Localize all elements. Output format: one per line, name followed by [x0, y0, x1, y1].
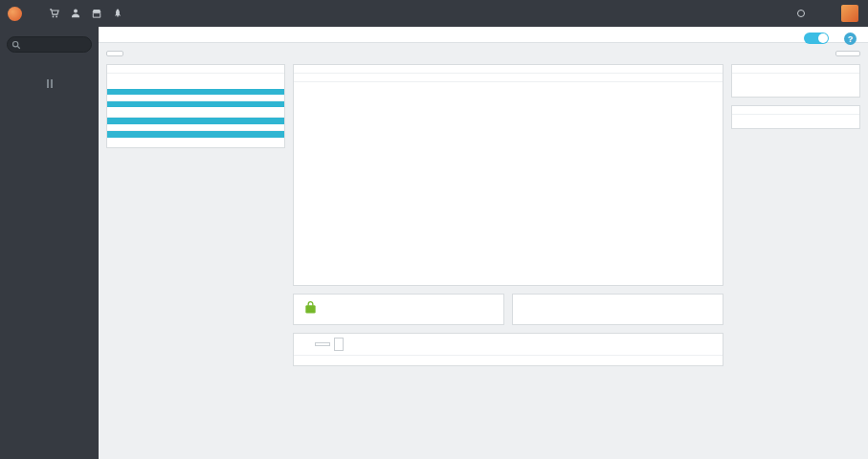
shopgate-logo-icon	[303, 300, 318, 318]
menu-collapse-toggle[interactable]	[0, 79, 99, 88]
notification-cell[interactable]	[107, 107, 284, 117]
demo-mode-toggle[interactable]	[804, 33, 829, 44]
forecast-nav-button[interactable]	[334, 338, 344, 351]
forecast-panel-header	[294, 334, 723, 356]
user-avatar[interactable]	[841, 5, 858, 22]
sidebar-search	[7, 33, 92, 53]
header-tools: ?	[804, 33, 857, 47]
tips-panel	[731, 105, 860, 129]
help-control: ?	[844, 33, 857, 47]
chart-ylabels	[296, 92, 336, 272]
customers-rows	[107, 124, 284, 131]
activity-overview-panel	[106, 64, 285, 148]
store-quick-icon[interactable]	[91, 8, 102, 19]
google-analytics-link[interactable]	[107, 138, 284, 147]
news-panel-header	[732, 65, 859, 74]
chart-xlabels	[336, 272, 715, 283]
center-column	[293, 64, 723, 374]
sidebar-item[interactable]	[0, 58, 99, 66]
sidebar	[0, 27, 99, 459]
sales-chart	[294, 82, 723, 285]
topbar	[0, 0, 868, 27]
date-range-buttons	[106, 51, 126, 56]
forecast-legend	[294, 356, 723, 365]
ebay-ad[interactable]	[512, 294, 723, 325]
date-range-picker[interactable]	[835, 51, 860, 56]
forecast-panel	[293, 333, 723, 366]
pending-rows	[107, 95, 284, 101]
help-icon[interactable]: ?	[844, 33, 857, 45]
main-area: ?	[99, 0, 868, 382]
cart-quick-icon[interactable]	[49, 8, 60, 19]
news-articles	[732, 74, 859, 85]
marketplace-connect-link[interactable]	[797, 10, 809, 17]
demo-mode-control	[804, 33, 829, 46]
marketplace-icon	[797, 10, 805, 17]
content	[99, 43, 868, 382]
tips-panel-header	[732, 106, 859, 115]
chart-plot	[336, 92, 715, 283]
left-column	[106, 64, 285, 156]
page-header: ?	[99, 27, 868, 43]
customers-quick-icon[interactable]	[70, 8, 81, 19]
news-article	[739, 76, 853, 83]
online-visitors-stat	[107, 74, 284, 81]
search-icon	[11, 36, 21, 54]
date-range-button[interactable]	[106, 51, 123, 56]
traffic-section-header	[107, 131, 284, 138]
kpi-row	[294, 74, 723, 82]
module-ads	[293, 294, 723, 325]
forecast-nav	[334, 338, 344, 351]
sidebar-menu	[0, 58, 99, 66]
kpi-tile[interactable]	[294, 74, 723, 81]
dashboard-panel	[293, 64, 723, 286]
toggle-knob	[818, 33, 828, 43]
customers-row	[107, 124, 284, 131]
prestashop-logo[interactable]	[8, 6, 30, 21]
rocket-quick-icon[interactable]	[112, 8, 123, 19]
prestashop-logo-icon	[8, 7, 22, 21]
shopgate-ad[interactable]	[293, 294, 504, 325]
dashboard-panel-header	[294, 65, 723, 74]
activity-panel-header	[107, 65, 284, 74]
tips-body	[732, 115, 859, 128]
forecast-year-select[interactable]	[315, 342, 330, 346]
find-more-news-link[interactable]	[732, 85, 859, 97]
date-toolbar	[106, 51, 860, 56]
right-column	[731, 64, 860, 137]
notification-cells	[107, 107, 284, 118]
news-panel	[731, 64, 860, 98]
forecast-controls	[315, 338, 344, 351]
pending-row	[107, 95, 284, 101]
customers-section-header	[107, 118, 284, 124]
sales-chart-svg	[336, 92, 715, 272]
active-carts-stat	[107, 81, 284, 89]
